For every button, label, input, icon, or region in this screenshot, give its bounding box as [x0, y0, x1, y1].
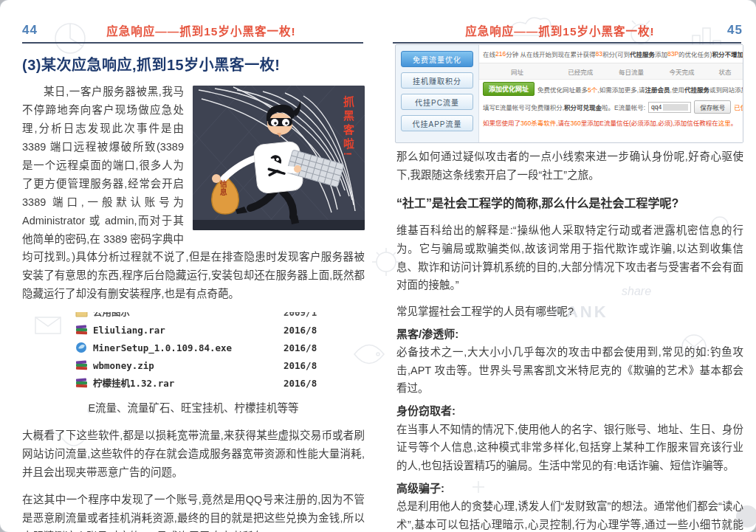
file-list-caption: E流量、流量矿石、旺宝挂机、柠檬挂机等等: [22, 399, 365, 418]
status-text: 的优化任务): [678, 49, 712, 58]
paragraph-software-analysis: 大概看了下这些软件,都是以损耗宽带流量,来获得某些虚拟交易币或者刷网站访问流量,…: [22, 426, 365, 482]
money-bag-label: 信息: [216, 180, 229, 196]
catch-hacker-label: 抓黑客啦!: [338, 96, 357, 159]
warning-text: 360: [571, 120, 581, 127]
redacted-account-suffix: [663, 104, 688, 111]
book-spread: RANK share o 44 应急响应——抓到15岁小黑客一枚! (3)某次应…: [0, 0, 756, 532]
warning-text: 。: [731, 120, 738, 127]
file-date: 2016/8: [284, 340, 325, 356]
status-text: 代挂服务: [630, 49, 655, 58]
section-body-identity-thief: 在当事人不知情的情况下,使用他人的名字、银行账号、地址、生日、身份证号等个人信息…: [396, 421, 743, 475]
sidebar-app-traffic-button[interactable]: 代挂APP流量: [401, 115, 473, 131]
folder-icon: [75, 312, 88, 318]
file-row[interactable]: 柠檬挂机1.32.rar 2016/8: [75, 374, 325, 392]
status-text: 在线: [483, 49, 495, 58]
right-page-number: 45: [727, 23, 743, 38]
sidebar-pc-traffic-button[interactable]: 代挂PC流量: [401, 94, 473, 110]
traffic-app-screenshot: 免费流量优化 挂机赚取积分 代挂PC流量 代挂APP流量 在线216分钟 从在线…: [395, 44, 743, 143]
app-main-panel: 在线216分钟 从在线开始到现在累计获得83积分(可到代挂服务添加83P的优化任…: [478, 45, 743, 142]
section-body-con-artist: 总是利用他人的贪婪心理,诱发人们“发财致富”的想法。通常他们都会“读心术”,基本…: [396, 497, 743, 532]
file-name: wbmoney.zip: [93, 358, 154, 374]
right-page-body: 那么如何通过疑似攻击者的一点小线索来进一步确认身份呢,好奇心驱使下,我跟随这条线…: [396, 148, 743, 532]
column-status: 状态: [707, 67, 743, 76]
add-note-text: 或到网站添加: [709, 86, 743, 94]
account-note-text: 填写E流量帐号可免费赚积分,: [483, 104, 564, 111]
app-account-row: 填写E流量帐号可免费赚积分,积分可兑现金啦。E流量帐号: qq4 保存帐号 已保…: [479, 98, 743, 116]
rar-archive-icon: [75, 324, 88, 336]
right-running-title: 应急响应——抓到15岁小黑客一枚!: [393, 22, 727, 38]
left-page-number: 44: [22, 23, 38, 38]
section-title-con-artist: 高级骗子:: [396, 479, 743, 498]
file-date: 2016/8: [284, 358, 325, 374]
file-date: 2016/8: [284, 322, 325, 339]
file-name: 公用图示: [93, 312, 130, 320]
column-url: 网址: [479, 67, 555, 76]
file-row[interactable]: wbmoney.zip 2016/8: [75, 356, 325, 374]
file-name: MinerSetup_1.0.109.84.exe: [93, 340, 232, 356]
add-note-text: ,如需添加更多,请: [597, 86, 645, 94]
warning-360-text: 360杀毒软件: [520, 120, 556, 127]
file-date: 2016/8: [284, 376, 325, 392]
file-row[interactable]: 公用图示 2009/1: [75, 312, 325, 321]
app-sidebar: 免费流量优化 挂机赚取积分 代挂PC流量 代挂APP流量: [396, 45, 478, 142]
file-date: 2009/1: [284, 312, 325, 320]
account-note-text: 啦。E流量帐号:: [602, 104, 645, 111]
add-note-limit: 5个: [588, 86, 597, 94]
add-note-text: 免费优化网址最多: [537, 86, 588, 94]
column-today-done: 今天完成: [656, 67, 707, 76]
paragraph-wikipedia-definition: 维基百科给出的解释是:“操纵他人采取特定行动或者泄露机密信息的行为。它与骗局或欺…: [396, 221, 743, 294]
file-row[interactable]: MinerSetup_1.0.109.84.exe 2016/8: [75, 339, 325, 356]
rar-archive-icon: [75, 377, 88, 389]
file-list-screenshot: 公用图示 2009/1 Eliuliang.rar 2016/8 MinerSe…: [75, 312, 325, 392]
app-status-bar: 在线216分钟 从在线开始到现在累计获得83积分(可到代挂服务添加83P的优化任…: [479, 45, 743, 63]
status-text: 分钟 从在线开始到现在累计获得: [506, 49, 595, 58]
file-name: Eliuliang.rar: [93, 322, 165, 339]
exe-installer-icon: [75, 342, 88, 353]
paragraph-clue: 那么如何通过疑似攻击者的一点小线索来进一步确认身份呢,好奇心驱使下,我跟随这条线…: [396, 148, 743, 184]
column-completed: 已经完成: [555, 67, 606, 76]
add-optimize-url-button[interactable]: 添加优化网址: [483, 82, 535, 96]
right-page-header: 应急响应——抓到15岁小黑客一枚! 45: [393, 22, 743, 38]
agent-service-link[interactable]: 代挂服务: [684, 86, 709, 94]
app-table-header: 网址 已经完成 每日流量 今天完成 状态: [479, 63, 743, 80]
app-add-row: 添加优化网址 免费优化网址最多5个,如需添加更多,请注册会员,使用代挂服务或到网…: [479, 80, 743, 98]
register-member-link[interactable]: 注册会员: [645, 86, 670, 94]
paragraph-qq-account: 在这其中一个程序中发现了一个账号,竟然是用QQ号来注册的,因为不管是恶意刷流量或…: [22, 491, 365, 532]
account-note-text: 积分可兑现金: [564, 104, 602, 111]
file-row[interactable]: Eliuliang.rar 2016/8: [75, 321, 325, 339]
status-text: 添加: [655, 49, 667, 58]
add-note-text: ,使用: [670, 86, 684, 94]
file-name: 柠檬挂机1.32.rar: [93, 376, 174, 392]
app-warning-row: 如果您使用了360杀毒软件,请在360里添加E流量信任(必须添加,必须),添加信…: [479, 116, 743, 129]
sidebar-idle-points-button[interactable]: 挂机赚取积分: [401, 72, 473, 89]
section-title: (3)某次应急响应,抓到15岁小黑客一枚!: [22, 53, 369, 75]
right-header-rule: [393, 42, 741, 44]
points-value: 83P: [667, 50, 678, 58]
warning-text: ,请在: [556, 120, 570, 127]
warning-text: 里添加E流量信任(必须添加,必须),添加信任教程在: [581, 120, 718, 127]
tutorial-here-link[interactable]: 这里: [718, 120, 731, 127]
section-title-hacker: 黑客/渗透师:: [396, 325, 743, 344]
hacker-cartoon-figure: 抓黑客啦! 信息: [193, 86, 365, 230]
paragraph-who-uses: 常见掌握社会工程学的人员有哪些呢?: [396, 303, 743, 321]
saved-badge: 已保存: [734, 103, 743, 111]
save-account-button[interactable]: 保存帐号: [694, 100, 731, 114]
rar-archive-icon: [75, 359, 88, 371]
status-text: 积分不增加: [712, 49, 743, 58]
left-page-header: 44 应急响应——抓到15岁小黑客一枚!: [22, 22, 365, 38]
status-text: 积分(可到: [602, 49, 630, 58]
social-engineering-heading: “社工”是社会工程学的简称,那么什么是社会工程学呢?: [396, 193, 743, 213]
account-value: qq4: [651, 103, 662, 111]
points-earned: 83: [596, 50, 602, 58]
left-running-title: 应急响应——抓到15岁小黑客一枚!: [38, 22, 365, 38]
online-minutes: 216: [495, 50, 506, 58]
section-body-hacker: 必备技术之一,大大小小几乎每次的攻击中都会使用到,常见的如:钓鱼攻击,APT 攻…: [396, 343, 743, 398]
left-header-rule: [22, 42, 363, 44]
column-daily-traffic: 每日流量: [606, 67, 657, 76]
section-title-identity-thief: 身份窃取者:: [396, 401, 743, 421]
warning-text: 如果您使用了: [483, 120, 520, 127]
left-page-body: 抓黑客啦! 信息 某日,一客户服务器被黑,我马不停蹄地奔向客户现场做应急处理,分…: [22, 83, 365, 532]
sidebar-free-traffic-button[interactable]: 免费流量优化: [401, 51, 473, 67]
eflow-account-input[interactable]: qq4: [648, 102, 691, 113]
